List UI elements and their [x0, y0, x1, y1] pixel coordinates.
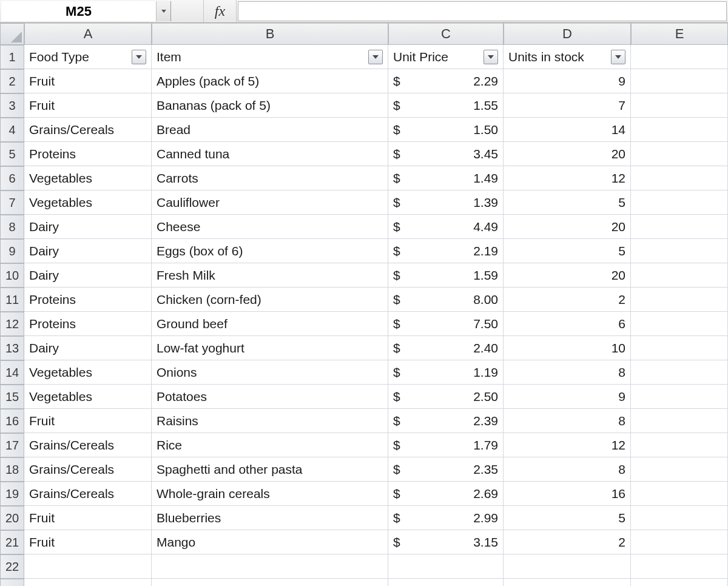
row-header[interactable]: 14 — [0, 360, 24, 385]
cell[interactable]: 16 — [504, 482, 631, 506]
cell[interactable]: 10 — [504, 336, 631, 360]
row-header[interactable]: 1 — [0, 45, 24, 69]
cell[interactable]: $8.00 — [388, 288, 504, 312]
cell[interactable]: $2.40 — [388, 336, 504, 360]
cell[interactable] — [504, 554, 631, 579]
cell[interactable]: $2.29 — [388, 69, 504, 93]
cell[interactable]: $1.19 — [388, 360, 504, 385]
cell[interactable]: $1.59 — [388, 263, 504, 288]
cell[interactable]: Chicken (corn-fed) — [152, 288, 388, 312]
cell[interactable]: $1.49 — [388, 166, 504, 190]
cancel-formula-button[interactable] — [171, 0, 204, 22]
cell[interactable]: $2.69 — [388, 482, 504, 506]
cell[interactable]: Fruit — [24, 506, 152, 530]
cell[interactable] — [388, 554, 504, 579]
cell[interactable] — [631, 482, 728, 506]
name-box-dropdown[interactable] — [156, 1, 170, 21]
cell[interactable] — [631, 530, 728, 554]
row-header[interactable]: 19 — [0, 482, 24, 506]
filter-dropdown-button[interactable] — [484, 50, 498, 64]
cell[interactable]: Mango — [152, 530, 388, 554]
cell[interactable]: $2.19 — [388, 239, 504, 263]
table-header-cell[interactable]: Unit Price — [388, 45, 504, 69]
cell[interactable]: $3.15 — [388, 530, 504, 554]
cell[interactable]: Cheese — [152, 215, 388, 239]
row-header[interactable]: 23 — [0, 579, 24, 586]
filter-dropdown-button[interactable] — [368, 50, 383, 64]
spreadsheet-grid[interactable]: ABCDE1Food TypeItemUnit PriceUnits in st… — [0, 23, 728, 586]
cell[interactable]: $2.39 — [388, 409, 504, 433]
cell[interactable]: Grains/Cereals — [24, 457, 152, 482]
cell[interactable]: Eggs (box of 6) — [152, 239, 388, 263]
cell[interactable]: 12 — [504, 433, 631, 457]
cell[interactable]: 8 — [504, 457, 631, 482]
cell[interactable] — [631, 190, 728, 215]
filter-dropdown-button[interactable] — [132, 50, 146, 64]
cell[interactable]: 20 — [504, 142, 631, 166]
cell[interactable]: Grains/Cereals — [24, 118, 152, 142]
cell[interactable]: Cauliflower — [152, 190, 388, 215]
cell[interactable] — [631, 506, 728, 530]
cell[interactable]: 7 — [504, 93, 631, 118]
cell[interactable]: Spaghetti and other pasta — [152, 457, 388, 482]
cell[interactable] — [631, 579, 728, 586]
cell[interactable]: 5 — [504, 239, 631, 263]
cell[interactable] — [631, 239, 728, 263]
cell[interactable]: $1.79 — [388, 433, 504, 457]
cell[interactable]: 5 — [504, 506, 631, 530]
cell[interactable] — [631, 166, 728, 190]
cell[interactable]: Whole-grain cereals — [152, 482, 388, 506]
cell[interactable]: 20 — [504, 215, 631, 239]
cell[interactable]: 14 — [504, 118, 631, 142]
cell[interactable]: Carrots — [152, 166, 388, 190]
cell[interactable] — [24, 554, 152, 579]
column-header-D[interactable]: D — [504, 23, 631, 45]
row-header[interactable]: 18 — [0, 457, 24, 482]
row-header[interactable]: 7 — [0, 190, 24, 215]
table-header-cell[interactable]: Units in stock — [504, 45, 631, 69]
cell[interactable]: Potatoes — [152, 385, 388, 409]
cell[interactable]: 6 — [504, 312, 631, 336]
cell[interactable]: Dairy — [24, 263, 152, 288]
cell[interactable]: Vegetables — [24, 360, 152, 385]
cell[interactable]: Proteins — [24, 288, 152, 312]
cell[interactable]: $3.45 — [388, 142, 504, 166]
cell[interactable]: $2.50 — [388, 385, 504, 409]
cell[interactable]: 12 — [504, 166, 631, 190]
column-header-B[interactable]: B — [152, 23, 388, 45]
cell[interactable]: 2 — [504, 530, 631, 554]
cell[interactable] — [631, 69, 728, 93]
cell[interactable]: Bread — [152, 118, 388, 142]
cell[interactable] — [504, 579, 631, 586]
cell[interactable]: Dairy — [24, 239, 152, 263]
row-header[interactable]: 13 — [0, 336, 24, 360]
cell[interactable]: Apples (pack of 5) — [152, 69, 388, 93]
cell[interactable]: Proteins — [24, 142, 152, 166]
row-header[interactable]: 10 — [0, 263, 24, 288]
row-header[interactable]: 16 — [0, 409, 24, 433]
cell[interactable] — [631, 457, 728, 482]
cell[interactable]: 9 — [504, 69, 631, 93]
cell[interactable] — [631, 118, 728, 142]
cell[interactable] — [631, 312, 728, 336]
row-header[interactable]: 9 — [0, 239, 24, 263]
cell[interactable]: Blueberries — [152, 506, 388, 530]
cell[interactable] — [631, 45, 728, 69]
cell[interactable] — [631, 409, 728, 433]
cell[interactable]: Rice — [152, 433, 388, 457]
cell[interactable]: 8 — [504, 409, 631, 433]
cell[interactable]: 8 — [504, 360, 631, 385]
cell[interactable]: 2 — [504, 288, 631, 312]
row-header[interactable]: 2 — [0, 69, 24, 93]
cell[interactable] — [631, 385, 728, 409]
row-header[interactable]: 21 — [0, 530, 24, 554]
row-header[interactable]: 11 — [0, 288, 24, 312]
column-header-A[interactable]: A — [24, 23, 152, 45]
cell[interactable]: 5 — [504, 190, 631, 215]
cell[interactable]: Fruit — [24, 409, 152, 433]
cell[interactable]: Raisins — [152, 409, 388, 433]
cell[interactable] — [631, 93, 728, 118]
cell[interactable] — [388, 579, 504, 586]
row-header[interactable]: 12 — [0, 312, 24, 336]
row-header[interactable]: 5 — [0, 142, 24, 166]
